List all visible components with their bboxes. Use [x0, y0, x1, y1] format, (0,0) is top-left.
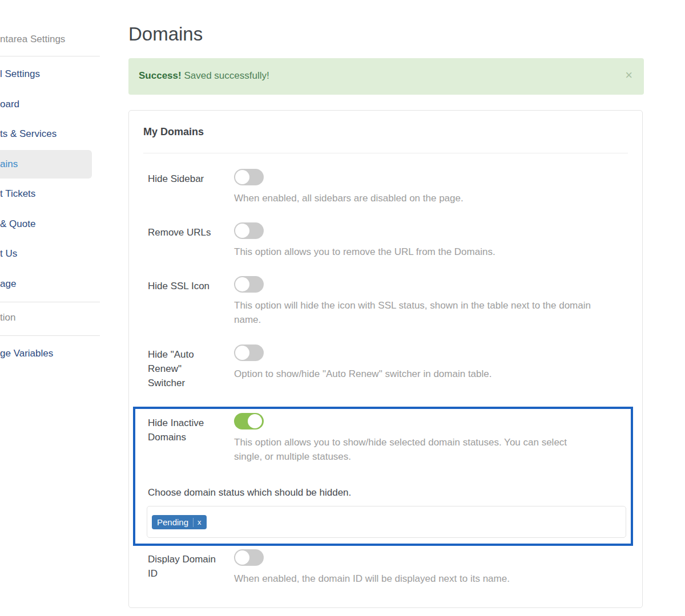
- card-title: My Domains: [129, 111, 642, 138]
- toggle-switch-on[interactable]: [234, 413, 264, 429]
- setting-description: Option to show/hide "Auto Renew" switche…: [234, 367, 591, 381]
- setting-row: Remove URLsThis option allows you to rem…: [148, 222, 628, 259]
- sidebar-divider: [0, 302, 100, 302]
- setting-control: This option will hide the icon with SSL …: [234, 276, 628, 327]
- setting-description: This option allows you to remove the URL…: [234, 245, 591, 259]
- status-tag[interactable]: Pendingx: [152, 515, 207, 529]
- setting-description: When enabled, all sidebars are disabled …: [234, 191, 591, 205]
- alert-text: Saved successfully!: [184, 70, 269, 81]
- sidebar-divider: [0, 335, 100, 336]
- toggle-knob: [235, 170, 249, 184]
- setting-label: Hide SSL Icon: [148, 276, 216, 327]
- setting-label: Display Domain ID: [148, 549, 216, 586]
- setting-label: Hide Inactive Domains: [148, 413, 216, 464]
- sidebar-item[interactable]: l Settings: [0, 60, 92, 88]
- setting-control: When enabled, the domain ID will be disp…: [234, 549, 628, 586]
- toggle-knob: [235, 346, 249, 360]
- sidebar-divider: [0, 56, 100, 56]
- sidebar-section-title-2: tion: [0, 312, 15, 323]
- toggle-switch-off[interactable]: [234, 345, 264, 361]
- sidebar-item[interactable]: ains: [0, 150, 92, 179]
- sidebar-item[interactable]: t Tickets: [0, 180, 92, 208]
- sidebar-item[interactable]: & Quote: [0, 210, 92, 238]
- setting-label: Remove URLs: [148, 222, 216, 259]
- sidebar: ntarea Settings l Settingsoardts & Servi…: [0, 0, 100, 616]
- toggle-knob: [235, 277, 249, 291]
- status-tag-label: Pending: [157, 517, 188, 527]
- settings-rows: Hide SidebarWhen enabled, all sidebars a…: [129, 169, 642, 586]
- toggle-knob: [235, 224, 249, 238]
- setting-row: Hide SidebarWhen enabled, all sidebars a…: [148, 169, 628, 205]
- alert-bold-text: Success!: [139, 70, 182, 81]
- remove-tag-icon[interactable]: x: [198, 518, 202, 526]
- setting-row: Display Domain IDWhen enabled, the domai…: [148, 549, 628, 586]
- setting-control: This option allows you to remove the URL…: [234, 222, 628, 259]
- success-alert: Success! Saved successfully! ×: [128, 58, 644, 95]
- sidebar-item[interactable]: oard: [0, 90, 92, 119]
- setting-control: This option allows you to show/hide sele…: [234, 413, 619, 464]
- setting-description: This option will hide the icon with SSL …: [234, 298, 591, 327]
- highlighted-section: Hide Inactive DomainsThis option allows …: [133, 407, 633, 546]
- setting-label: Hide "Auto Renew" Switcher: [148, 345, 216, 390]
- setting-row: Hide Inactive DomainsThis option allows …: [148, 413, 619, 464]
- page-title: Domains: [128, 22, 203, 47]
- setting-row: Hide SSL IconThis option will hide the i…: [148, 276, 628, 327]
- card-divider: [143, 153, 628, 153]
- toggle-knob: [248, 414, 262, 428]
- setting-description: When enabled, the domain ID will be disp…: [234, 572, 591, 586]
- toggle-switch-off[interactable]: [234, 169, 264, 185]
- toggle-switch-off[interactable]: [234, 276, 264, 293]
- sidebar-item[interactable]: ts & Services: [0, 120, 92, 148]
- sidebar-item[interactable]: ge Variables: [0, 339, 92, 368]
- setting-control: When enabled, all sidebars are disabled …: [234, 169, 628, 205]
- tag-separator: [193, 518, 194, 527]
- setting-row: Hide "Auto Renew" SwitcherOption to show…: [148, 345, 628, 390]
- toggle-knob: [235, 550, 249, 565]
- sidebar-item[interactable]: age: [0, 270, 92, 298]
- setting-description: This option allows you to show/hide sele…: [234, 435, 591, 464]
- status-multiselect-input[interactable]: Pendingx: [147, 506, 626, 538]
- my-domains-card: My Domains Hide SidebarWhen enabled, all…: [128, 110, 643, 608]
- toggle-switch-off[interactable]: [234, 222, 264, 239]
- sidebar-item[interactable]: t Us: [0, 240, 92, 268]
- toggle-switch-off[interactable]: [234, 549, 264, 566]
- setting-label: Hide Sidebar: [148, 169, 216, 205]
- close-icon[interactable]: ×: [625, 69, 632, 82]
- setting-control: Option to show/hide "Auto Renew" switche…: [234, 345, 628, 390]
- sidebar-section-title: ntarea Settings: [0, 34, 65, 45]
- choose-status-label: Choose domain status which should be hid…: [148, 487, 618, 499]
